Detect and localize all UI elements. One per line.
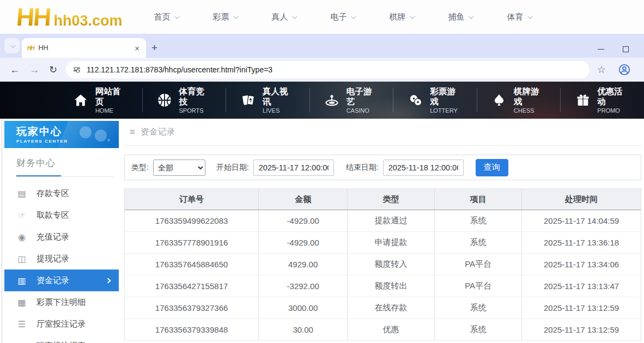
url-text[interactable]: 112.121.172.181:8783/hhcp/usercenter.htm… [87, 65, 272, 74]
gnav-item-chess[interactable]: 棋牌游戏CHESS [477, 88, 561, 112]
gnav-cn-label: 优惠活动 [597, 86, 630, 107]
breadcrumb: ≡ 资金记录 [124, 119, 641, 146]
cell-project: PA平台 [435, 275, 522, 297]
cell-time: 2025-11-17 13:12:59 [522, 319, 641, 340]
address-bar[interactable]: 112.121.172.181:8783/hhcp/usercenter.htm… [66, 61, 590, 78]
gnav-item-lottery[interactable]: 彩票游戏LOTTERY [393, 88, 477, 112]
top-nav-item-home[interactable]: 首页 [154, 12, 178, 22]
window-minimize-button[interactable] [598, 49, 604, 50]
chevron-down-icon [468, 14, 473, 19]
cell-time: 2025-11-17 14:04:59 [522, 210, 641, 231]
top-nav-item-lottery[interactable]: 彩票 [213, 12, 237, 22]
gnav-cn-label: 棋牌游戏 [514, 86, 546, 107]
query-button[interactable]: 查询 [476, 159, 508, 176]
top-nav-item-chess[interactable]: 棋牌 [390, 12, 414, 22]
reload-icon[interactable]: ↻ [49, 65, 57, 75]
gnav-en-label: PROMO [597, 107, 630, 115]
top-nav-label: 棋牌 [390, 12, 406, 22]
table-row[interactable]: 1763357645884650 4929.00 额度转入 PA平台 2025-… [125, 254, 641, 275]
hamburger-icon: ≡ [130, 127, 135, 137]
funds-table: 订单号 金额 类型 项目 处理时间 1763359499622083 -4929… [124, 188, 641, 341]
logo-domain-text: hh03.com [53, 13, 122, 29]
players-center-banner[interactable]: 玩家中心 PLAYERS CENTER [4, 121, 119, 148]
table-row[interactable]: 1763359499622083 -4929.00 提款通过 系统 2025-1… [125, 210, 641, 232]
filter-bar: 类型: 全部 开始日期: 结束日期: 查询 [124, 155, 641, 180]
tab-search-button[interactable] [4, 38, 20, 53]
cell-time: 2025-11-17 13:12:59 [522, 297, 641, 318]
sidebar-item-label: 取款专区 [37, 210, 69, 220]
bookmark-star-icon[interactable]: ☆ [597, 64, 606, 76]
gnav-item-promo[interactable]: 优惠活动PROMO [560, 88, 644, 112]
sidebar-item-recharge-record[interactable]: ◉ 充值记录 [4, 226, 119, 248]
site-info-icon[interactable] [74, 68, 80, 71]
sidebar-item-label: 玩家投注报表 [37, 341, 86, 343]
new-tab-button[interactable]: + [151, 42, 157, 53]
gnav-cn-label: 电子游艺 [347, 86, 379, 107]
type-label: 类型: [131, 163, 149, 173]
top-nav-label: 电子 [331, 12, 347, 22]
gnav-item-casino[interactable]: 电子游艺CASINO [309, 88, 393, 112]
column-header-amount: 金额 [259, 189, 348, 210]
table-row[interactable]: 1763356379327366 3000.00 在线存款 系统 2025-11… [125, 297, 641, 319]
profile-icon[interactable] [618, 63, 631, 76]
sidebar-item-label: 厅室投注记录 [37, 319, 86, 329]
sidebar-item-player-bet-report[interactable]: ◪ 玩家投注报表 [4, 335, 119, 343]
cell-amount: -3292.00 [259, 275, 348, 297]
cell-type: 优惠 [348, 319, 435, 340]
forward-icon[interactable]: → [29, 65, 39, 75]
top-nav-item-slots[interactable]: 电子 [331, 12, 355, 22]
cell-order-no: 1763356379339848 [125, 319, 259, 340]
gnav-en-label: LOTTERY [430, 107, 463, 115]
sidebar-item-withdraw-zone[interactable]: ☞ 取款专区 [4, 204, 119, 226]
gnav-item-lives[interactable]: 真人视讯LIVES [226, 88, 309, 112]
end-date-input[interactable] [383, 160, 464, 176]
spade-icon [491, 92, 507, 108]
chevron-down-icon [350, 14, 356, 19]
top-nav-label: 真人 [272, 12, 288, 22]
gnav-en-label: HOME [95, 107, 128, 115]
column-header-project: 项目 [435, 189, 522, 210]
finance-section-label: 财务中心 [16, 157, 119, 169]
window-maximize-button[interactable] [623, 46, 629, 52]
home-icon [73, 92, 89, 108]
sidebar-item-lottery-bet-detail[interactable]: ▦ 彩票下注明细 [4, 291, 119, 313]
cell-amount: 3000.00 [259, 297, 348, 318]
gnav-item-home[interactable]: 网站首页HOME [59, 88, 142, 112]
top-nav-label: 首页 [154, 12, 171, 22]
main-panel: ≡ 资金记录 类型: 全部 开始日期: 结束日期: 查询 订单号 金额 类型 项… [124, 119, 641, 343]
site-logo[interactable]: HH hh03.com [16, 4, 123, 29]
top-nav-item-live[interactable]: 真人 [272, 12, 296, 22]
end-date-label: 结束日期: [346, 163, 379, 173]
table-row[interactable]: 1763356379339848 30.00 优惠 系统 2025-11-17 … [125, 319, 641, 341]
gnav-item-sports[interactable]: 体育竞技SPORTS [142, 88, 226, 112]
sidebar-item-deposit-zone[interactable]: ▤ 存款专区 [4, 182, 119, 204]
table-row[interactable]: 1763357778901916 -4929.00 申请提款 系统 2025-1… [125, 232, 641, 254]
top-nav-item-fishing[interactable]: 捕鱼 [448, 12, 472, 22]
tab-close-icon[interactable]: × [132, 44, 142, 53]
start-date-input[interactable] [253, 160, 334, 176]
sidebar-item-withdraw-record[interactable]: ◫ 提现记录 [4, 248, 119, 270]
sidebar-item-label: 彩票下注明细 [37, 297, 86, 308]
sidebar-item-label: 资金记录 [37, 275, 69, 286]
playing-cards-icon [240, 92, 256, 108]
type-select[interactable]: 全部 [153, 160, 205, 176]
gnav-en-label: LIVES [263, 107, 295, 115]
sidebar-item-room-bet-record[interactable]: ☰ 厅室投注记录 [4, 313, 119, 335]
cell-project: 系统 [435, 232, 522, 253]
cell-order-no: 1763356379327366 [125, 297, 259, 318]
sidebar: 玩家中心 PLAYERS CENTER 财务中心 ▤ 存款专区 ☞ 取款专区 [4, 121, 119, 343]
sidebar-item-label: 充值记录 [37, 232, 69, 242]
top-nav: 首页 彩票 真人 电子 棋牌 捕鱼 [154, 12, 531, 22]
table-row[interactable]: 1763356427155817 -3292.00 额度转出 PA平台 2025… [125, 275, 641, 297]
cell-time: 2025-11-17 13:34:06 [522, 254, 641, 275]
site-favicon-icon: HH [27, 45, 34, 51]
column-header-type: 类型 [348, 189, 435, 210]
players-center-subtitle: PLAYERS CENTER [16, 139, 119, 144]
cell-project: 系统 [435, 210, 522, 231]
browser-tab[interactable]: HH HH × [22, 38, 146, 58]
column-header-order-no: 订单号 [125, 189, 259, 210]
sidebar-item-icon: ◉ [16, 232, 27, 242]
sidebar-item-funds-record[interactable]: ▥ 资金记录 [4, 270, 119, 291]
back-icon[interactable]: ← [10, 65, 20, 75]
top-nav-item-sports[interactable]: 体育 [507, 12, 531, 22]
